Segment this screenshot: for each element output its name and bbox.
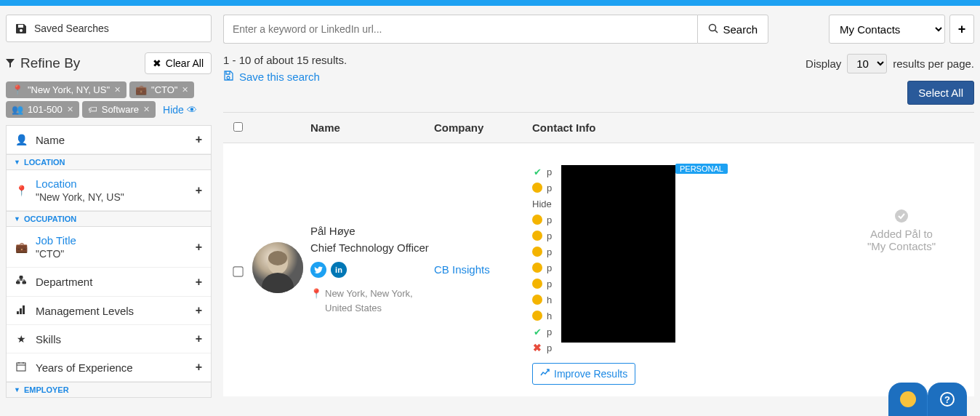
- contacts-group: My Contacts +: [829, 15, 974, 44]
- filter-tag-size[interactable]: 👥 101-500 ✕: [6, 101, 79, 118]
- tag-icon: 🏷: [88, 104, 97, 115]
- hide-label: Hide: [532, 199, 552, 209]
- contact-block: ✔p p Hide p p p p p h h ✔p ✖p: [532, 165, 829, 385]
- filter-tag-location[interactable]: 📍 "New York, NY, US" ✕: [6, 81, 126, 98]
- dot-yellow-icon: [532, 247, 542, 257]
- section-header-employer[interactable]: ▼ EMPLOYER: [7, 382, 211, 397]
- caret-down-icon: ▼: [14, 386, 20, 393]
- star-icon: ★: [15, 333, 27, 345]
- search-row: Search My Contacts +: [223, 15, 974, 44]
- expand-icon: +: [196, 304, 202, 317]
- company-link[interactable]: CB Insights: [434, 165, 532, 276]
- caret-down-icon: ▼: [14, 159, 20, 166]
- feedback-button[interactable]: [888, 383, 928, 398]
- row-checkbox[interactable]: [233, 266, 243, 276]
- dot-yellow-icon: [532, 263, 542, 273]
- svg-rect-1: [16, 281, 19, 284]
- briefcase-icon: 💼: [15, 241, 27, 253]
- remove-tag-icon[interactable]: ✕: [114, 85, 121, 95]
- dot-yellow-icon: [532, 231, 542, 241]
- remove-tag-icon[interactable]: ✕: [143, 105, 150, 114]
- svg-rect-6: [17, 363, 25, 371]
- facet-panel: 👤 Name + ▼ LOCATION 📍 Location "New York…: [6, 125, 212, 398]
- help-icon: ?: [939, 391, 955, 398]
- filter-icon: [6, 59, 15, 68]
- person-title: Chief Technology Officer: [310, 240, 434, 257]
- facet-skills[interactable]: ★ Skills +: [7, 325, 211, 353]
- page-size-select[interactable]: 10: [847, 54, 887, 73]
- facet-name[interactable]: 👤 Name +: [7, 126, 211, 154]
- briefcase-icon: 💼: [135, 84, 147, 95]
- svg-point-16: [895, 209, 908, 223]
- svg-rect-2: [23, 281, 26, 284]
- select-all-checkbox[interactable]: [233, 122, 243, 132]
- improve-results-button[interactable]: Improve Results: [532, 363, 635, 385]
- save-search-link[interactable]: Save this search: [223, 71, 320, 83]
- filter-tag-industry[interactable]: 🏷 Software ✕: [82, 101, 156, 118]
- hide-tags-link[interactable]: Hide 👁: [163, 104, 197, 116]
- calendar-icon: [15, 361, 27, 374]
- person-name: Pål Høye: [310, 223, 434, 240]
- expand-icon: +: [196, 276, 202, 289]
- refine-title: Refine By: [6, 55, 80, 71]
- dot-yellow-icon: [532, 215, 542, 225]
- col-header-company: Company: [434, 121, 532, 134]
- facet-department[interactable]: Department +: [7, 268, 211, 297]
- name-block: Pål Høye Chief Technology Officer in 📍 N…: [310, 165, 434, 315]
- search-input[interactable]: [223, 15, 697, 44]
- save-icon: [15, 23, 27, 33]
- results-summary: 1 - 10 of about 15 results.: [223, 54, 347, 66]
- twitter-icon[interactable]: [310, 262, 326, 278]
- filter-tag-job[interactable]: 💼 "CTO" ✕: [129, 81, 194, 98]
- facet-years[interactable]: Years of Experience +: [7, 353, 211, 382]
- svg-rect-0: [20, 276, 23, 278]
- expand-icon: +: [196, 241, 202, 254]
- cross-icon: ✖: [532, 342, 542, 353]
- facet-management[interactable]: Management Levels +: [7, 297, 211, 325]
- col-header-contact: Contact Info: [532, 121, 829, 134]
- select-all-button[interactable]: Select All: [907, 81, 974, 105]
- chart-icon: [540, 368, 550, 380]
- pin-icon: 📍: [12, 84, 23, 95]
- clear-all-button[interactable]: ✖ Clear All: [145, 52, 212, 74]
- saved-searches-button[interactable]: Saved Searches: [6, 15, 212, 42]
- contacts-select[interactable]: My Contacts: [829, 15, 945, 44]
- section-header-occupation[interactable]: ▼ OCCUPATION: [7, 211, 211, 227]
- facet-job-title[interactable]: 💼 Job Title "CTO" +: [7, 227, 211, 268]
- filter-tags: 📍 "New York, NY, US" ✕ 💼 "CTO" ✕ 👥 101-5…: [6, 81, 212, 118]
- add-contact-button[interactable]: +: [949, 15, 974, 44]
- remove-tag-icon[interactable]: ✕: [182, 85, 188, 95]
- floating-help: ?: [888, 383, 967, 398]
- expand-icon: +: [196, 332, 202, 345]
- svg-point-10: [710, 24, 716, 31]
- remove-tag-icon[interactable]: ✕: [67, 105, 73, 114]
- svg-rect-4: [20, 308, 22, 314]
- save-icon: [223, 71, 233, 83]
- section-header-location[interactable]: ▼ LOCATION: [7, 154, 211, 170]
- results-right: Display 10 results per page. Select All: [806, 54, 974, 105]
- dot-yellow-icon: [532, 183, 542, 193]
- personal-tag: PERSONAL: [675, 164, 728, 174]
- refine-header: Refine By ✖ Clear All: [6, 52, 212, 74]
- right-column: Search My Contacts + 1 - 10 of about 15 …: [223, 15, 974, 398]
- org-icon: [15, 275, 27, 289]
- redacted-contact: [561, 165, 675, 343]
- top-accent-bar: [0, 0, 980, 6]
- row-status: Added Pål to "My Contacts": [829, 165, 974, 252]
- search-button[interactable]: Search: [697, 15, 768, 44]
- search-group: Search: [223, 15, 768, 44]
- facet-location[interactable]: 📍 Location "New York, NY, US" +: [7, 170, 211, 211]
- person-icon: 👤: [15, 134, 27, 145]
- expand-icon: +: [196, 361, 202, 374]
- search-icon: [708, 23, 718, 36]
- person-location: 📍 New York, New York, United States: [310, 287, 434, 315]
- people-icon: 👥: [12, 104, 23, 115]
- dot-yellow-icon: [532, 295, 542, 305]
- svg-point-15: [268, 251, 287, 265]
- check-circle-icon: [894, 209, 909, 223]
- svg-text:?: ?: [944, 394, 950, 398]
- linkedin-icon[interactable]: in: [331, 262, 347, 278]
- bars-icon: [15, 305, 27, 317]
- help-button[interactable]: ?: [928, 383, 967, 398]
- dot-yellow-icon: [532, 311, 542, 321]
